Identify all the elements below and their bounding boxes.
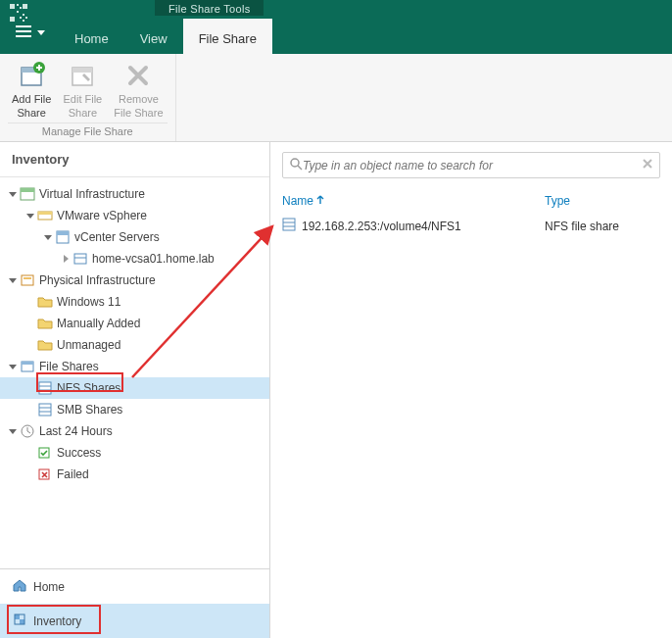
nav-home[interactable]: Home [0,569,269,604]
svg-marker-34 [9,365,17,369]
nfs-share-icon [37,380,53,396]
add-file-share-button[interactable]: Add File Share [8,56,55,123]
svg-point-50 [291,159,299,167]
tree-label: Failed [57,467,89,481]
clock-icon [20,423,35,439]
svg-marker-13 [37,30,45,35]
caret-right-icon[interactable] [61,254,71,264]
tree-node-virtual-infrastructure[interactable]: Virtual Infrastructure [0,183,269,205]
home-icon [12,577,27,596]
tree-node-nfs-shares[interactable]: NFS Shares [0,377,269,399]
file-share-icon [282,218,296,234]
svg-rect-52 [283,219,295,230]
svg-rect-5 [17,11,19,13]
app-menu-button[interactable] [0,19,59,54]
tree-spacer [25,340,35,350]
tab-home[interactable]: Home [59,19,124,54]
svg-rect-0 [10,4,15,9]
svg-marker-22 [26,214,34,219]
tree-spacer [25,297,35,307]
caret-down-icon[interactable] [25,211,35,221]
column-header-name[interactable]: Name [282,194,545,208]
left-pane-title: Inventory [0,142,269,177]
tree-node-file-shares[interactable]: File Shares [0,356,269,377]
column-header-name-label: Name [282,194,313,208]
svg-rect-18 [72,68,92,73]
tree-spacer [25,319,35,328]
context-tab-group-label: File Share Tools [155,0,264,16]
ribbon-group-label: Manage File Share [8,123,168,141]
svg-rect-4 [20,7,22,9]
svg-rect-33 [24,277,31,279]
tab-file-share[interactable]: File Share [183,19,272,54]
svg-rect-29 [74,254,86,264]
tree-node-vsphere[interactable]: VMware vSphere [0,205,269,226]
tab-view[interactable]: View [124,19,183,54]
search-input[interactable] [303,159,642,172]
svg-rect-32 [22,275,33,285]
table-row[interactable]: 192.168.2.253:/volume4/NFS1 NFS file sha… [270,214,672,238]
svg-rect-40 [39,404,51,416]
smb-share-icon [37,402,53,417]
caret-down-icon[interactable] [43,232,53,242]
tree-node-vcsa-host[interactable]: home-vcsa01.home.lab [0,248,269,270]
tree-node-failed[interactable]: Failed [0,464,269,485]
clear-search-icon[interactable] [642,158,653,172]
file-shares-icon [20,359,35,374]
tree-node-vcenter-servers[interactable]: vCenter Servers [0,226,269,248]
folder-icon [37,294,53,310]
svg-rect-24 [38,212,52,215]
column-header-type[interactable]: Type [545,194,660,208]
left-pane: Inventory Virtual Infrastructure VMware … [0,142,270,638]
tree-label: NFS Shares [57,381,120,395]
caret-down-icon[interactable] [8,189,18,199]
tree-node-manually-added[interactable]: Manually Added [0,313,269,334]
tree-label: Virtual Infrastructure [39,187,145,201]
add-file-share-label-1: Add File [12,93,51,105]
caret-down-icon[interactable] [8,275,18,285]
row-name: 192.168.2.253:/volume4/NFS1 [302,220,461,233]
folder-icon [37,316,53,331]
tree-node-success[interactable]: Success [0,442,269,464]
svg-rect-1 [23,4,27,9]
tree-label: Success [57,446,101,460]
nav-inventory-label: Inventory [33,614,81,628]
ribbon-tabs: Home View File Share [0,19,272,54]
tree-node-smb-shares[interactable]: SMB Shares [0,399,269,420]
tree-label: File Shares [39,360,99,373]
inventory-tree[interactable]: Virtual Infrastructure VMware vSphere vC… [0,177,269,568]
svg-rect-37 [39,382,51,394]
tree-label: VMware vSphere [57,209,147,222]
physical-icon [20,272,35,288]
right-pane: Name Type 192.168.2.253:/volume4/NFS1 NF… [270,142,672,638]
failed-icon [37,466,53,482]
grid-header[interactable]: Name Type [270,188,672,214]
svg-rect-27 [57,231,69,235]
search-box[interactable] [282,152,660,178]
nav-inventory[interactable]: Inventory [0,604,269,638]
caret-down-icon[interactable] [8,362,18,371]
tree-label: Unmanaged [57,338,120,352]
edit-file-share-label-1: Edit File [63,93,102,105]
tree-node-physical-infrastructure[interactable]: Physical Infrastructure [0,270,269,291]
tree-label: vCenter Servers [74,230,160,244]
svg-marker-31 [9,278,17,283]
svg-rect-48 [20,619,24,624]
inventory-icon [12,612,27,630]
remove-file-share-label-1: Remove [119,93,159,105]
add-file-share-label-2: Share [18,107,46,119]
tree-node-windows11[interactable]: Windows 11 [0,291,269,313]
caret-down-icon[interactable] [8,426,18,436]
svg-rect-3 [17,4,19,6]
folder-icon [37,337,53,353]
tree-label: Windows 11 [57,295,120,309]
tree-node-last-24-hours[interactable]: Last 24 Hours [0,420,269,442]
tree-spacer [25,383,35,393]
svg-marker-19 [9,192,17,197]
svg-rect-36 [22,362,33,365]
edit-file-share-button: Edit File Share [59,56,106,123]
sort-asc-icon [315,194,325,208]
tree-spacer [25,448,35,458]
tree-node-unmanaged[interactable]: Unmanaged [0,334,269,356]
tree-label: Last 24 Hours [39,424,113,438]
